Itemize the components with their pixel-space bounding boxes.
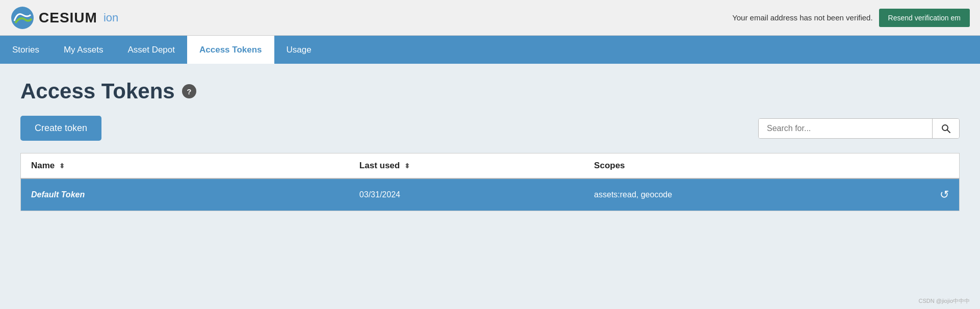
table-body: Default Token 03/31/2024 assets:read, ge…: [21, 178, 960, 211]
toolbar-row: Create token: [20, 116, 960, 141]
page-title: Access Tokens: [20, 79, 175, 104]
sort-arrows-lastused[interactable]: ⬍: [404, 162, 410, 170]
logo-cesium-text: CESIUM: [39, 10, 97, 26]
svg-line-2: [947, 130, 950, 133]
search-input[interactable]: [759, 119, 932, 138]
cesium-logo-icon: [10, 6, 35, 30]
search-area: [758, 118, 960, 139]
refresh-icon[interactable]: ↺: [940, 188, 949, 201]
page-title-row: Access Tokens ?: [20, 79, 960, 104]
nav-bar: Stories My Assets Asset Depot Access Tok…: [0, 36, 980, 64]
sort-arrows-name[interactable]: ⬍: [59, 162, 65, 170]
help-icon[interactable]: ?: [182, 84, 196, 98]
nav-item-my-assets[interactable]: My Assets: [51, 36, 115, 64]
logo-area: CESIUM ion: [10, 6, 118, 30]
nav-item-stories[interactable]: Stories: [0, 36, 51, 64]
table-header-row: Name ⬍ Last used ⬍ Scopes: [21, 153, 960, 179]
nav-item-asset-depot[interactable]: Asset Depot: [115, 36, 187, 64]
main-content: Access Tokens ? Create token Name ⬍ Last…: [0, 64, 980, 293]
create-token-button[interactable]: Create token: [20, 116, 101, 141]
top-bar: CESIUM ion Your email address has not be…: [0, 0, 980, 36]
email-notice-area: Your email address has not been verified…: [732, 9, 970, 27]
search-button[interactable]: [932, 119, 959, 138]
logo-ion-text: ion: [104, 11, 118, 24]
watermark: CSDN @jiojio中中中: [0, 293, 980, 309]
token-last-used: 03/31/2024: [349, 178, 584, 211]
col-header-action: [912, 153, 959, 179]
token-scopes: assets:read, geocode: [584, 178, 912, 211]
token-action-cell: ↺: [912, 178, 959, 211]
token-name: Default Token: [21, 178, 349, 211]
table-row[interactable]: Default Token 03/31/2024 assets:read, ge…: [21, 178, 960, 211]
resend-verification-button[interactable]: Resend verification em: [879, 9, 970, 27]
table-header: Name ⬍ Last used ⬍ Scopes: [21, 153, 960, 179]
col-header-lastused: Last used ⬍: [349, 153, 584, 179]
col-header-scopes: Scopes: [584, 153, 912, 179]
email-notice-text: Your email address has not been verified…: [732, 13, 872, 22]
nav-item-usage[interactable]: Usage: [274, 36, 324, 64]
nav-item-access-tokens[interactable]: Access Tokens: [187, 36, 274, 64]
token-table: Name ⬍ Last used ⬍ Scopes Default Token …: [20, 153, 960, 211]
col-header-name: Name ⬍: [21, 153, 349, 179]
search-icon: [941, 123, 951, 134]
